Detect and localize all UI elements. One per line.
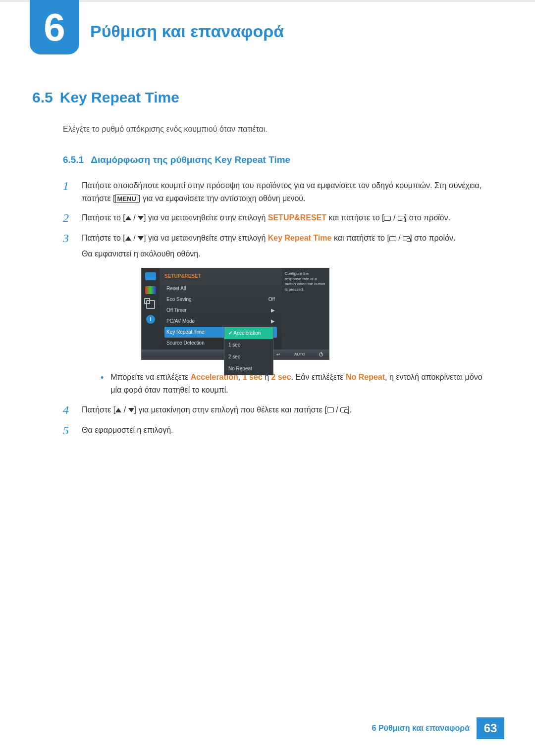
section-heading: 6.5 Key Repeat Time [32, 89, 490, 106]
step-3-after: Θα εμφανιστεί η ακόλουθη οθόνη. [82, 248, 490, 260]
step-2-text-d: στο προϊόν. [409, 213, 450, 222]
bullet-icon: • [101, 371, 104, 396]
osd-option-2sec: 2 sec [224, 351, 273, 363]
step-1: 1 Πατήστε οποιοδήποτε κουμπί στην πρόσοψ… [63, 179, 490, 204]
up-arrow-icon [115, 408, 121, 412]
section-number: 6.5 [32, 89, 53, 106]
chapter-number-badge: 6 [30, 0, 79, 54]
step-2-text-c: και πατήστε το [328, 213, 382, 222]
osd-picture-icon [145, 272, 156, 280]
enter-icon [389, 236, 396, 241]
section-title: Key Repeat Time [60, 89, 179, 106]
source-icon [398, 216, 405, 221]
osd-popup: Acceleration 1 sec 2 sec No Repeat [224, 327, 273, 375]
osd-header: SETUP&RESET [164, 272, 277, 280]
option-norepeat: No Repeat [346, 373, 385, 381]
osd-screenshot: i SETUP&RESET Reset All Eco SavingOff Of… [141, 268, 329, 360]
bullet-text-b: . Εάν επιλέξετε [291, 373, 346, 381]
up-arrow-icon [125, 236, 131, 241]
step-5-text: Θα εφαρμοστεί η επιλογή. [82, 424, 490, 437]
step-number: 2 [63, 211, 73, 225]
osd-color-icon [145, 286, 156, 294]
osd-sidebar: i [142, 268, 160, 350]
step-5: 5 Θα εφαρμοστεί η επιλογή. [63, 424, 490, 437]
down-arrow-icon [128, 408, 134, 412]
page-number: 63 [477, 717, 504, 739]
step-3-text-d: στο προϊόν. [414, 234, 455, 242]
osd-row-pcav: PC/AV Mode▶ [164, 316, 277, 327]
bullet-options: • Μπορείτε να επιλέξετε Acceleration, 1 … [101, 371, 490, 396]
enter-icon [327, 407, 334, 412]
step-4: 4 Πατήστε [ / ] για μετακίνηση στην επιλ… [63, 403, 490, 417]
osd-row-offtimer: Off Timer▶ [164, 305, 277, 316]
osd-info-icon: i [146, 315, 155, 324]
menu-button-label: MENU [115, 195, 138, 203]
osd-description: Configure the response rate of a button … [282, 268, 329, 350]
option-2sec: 2 sec [271, 373, 291, 381]
chapter-header: 6 Ρύθμιση και επαναφορά [0, 2, 535, 54]
source-icon [403, 236, 410, 241]
step-2-text-a: Πατήστε το [82, 213, 123, 222]
osd-power-icon [319, 353, 323, 356]
osd-row-reset: Reset All [164, 283, 277, 294]
osd-size-icon [146, 300, 155, 309]
step-number: 4 [63, 403, 73, 417]
up-arrow-icon [125, 216, 131, 220]
down-arrow-icon [138, 216, 144, 220]
step-3-text-b: για να μετακινηθείτε στην επιλογή [148, 234, 268, 242]
enter-icon [384, 216, 391, 221]
subsection-number: 6.5.1 [63, 154, 84, 165]
step-4-text-c: . [350, 405, 352, 414]
step-number: 3 [63, 232, 73, 396]
step-2: 2 Πατήστε το [ / ] για να μετακινηθείτε … [63, 211, 490, 225]
step-3-text-a: Πατήστε το [82, 234, 123, 242]
osd-option-1sec: 1 sec [224, 339, 273, 351]
bullet-text-a: Μπορείτε να επιλέξετε [110, 373, 190, 381]
step-3-text-c: και πατήστε το [334, 234, 387, 242]
step-number: 5 [63, 424, 73, 437]
step-4-text-b: για μετακίνηση στην επιλογή που θέλετε κ… [138, 405, 324, 414]
osd-auto-label: AUTO [294, 352, 305, 358]
down-arrow-icon [138, 236, 144, 241]
step-1-text-b: για να εμφανίσετε την αντίστοιχη οθόνη μ… [143, 194, 306, 202]
osd-option-acceleration: Acceleration [224, 327, 273, 339]
osd-row-eco: Eco SavingOff [164, 294, 277, 305]
page-footer: 6 Ρύθμιση και επαναφορά 63 [372, 717, 504, 739]
step-4-text-a: Πατήστε [82, 405, 113, 414]
footer-chapter-label: 6 Ρύθμιση και επαναφορά [372, 724, 477, 733]
step-number: 1 [63, 179, 73, 204]
osd-option-norepeat: No Repeat [224, 363, 273, 375]
osd-return-icon: ↩ [276, 351, 280, 358]
section-intro: Ελέγξτε το ρυθμό απόκρισης ενός κουμπιού… [63, 125, 490, 134]
subsection-heading: 6.5.1 Διαμόρφωση της ρύθμισης Key Repeat… [63, 154, 490, 165]
osd-main-panel: SETUP&RESET Reset All Eco SavingOff Off … [160, 268, 282, 350]
subsection-title: Διαμόρφωση της ρύθμισης Key Repeat Time [91, 154, 290, 165]
source-icon [340, 407, 347, 412]
key-repeat-time-label: Key Repeat Time [268, 234, 332, 242]
chapter-title: Ρύθμιση και επαναφορά [90, 2, 284, 41]
step-3: 3 Πατήστε το [ / ] για να μετακινηθείτε … [63, 232, 490, 396]
step-2-text-b: για να μετακινηθείτε στην επιλογή [148, 213, 268, 222]
setup-reset-label: SETUP&RESET [268, 213, 326, 222]
